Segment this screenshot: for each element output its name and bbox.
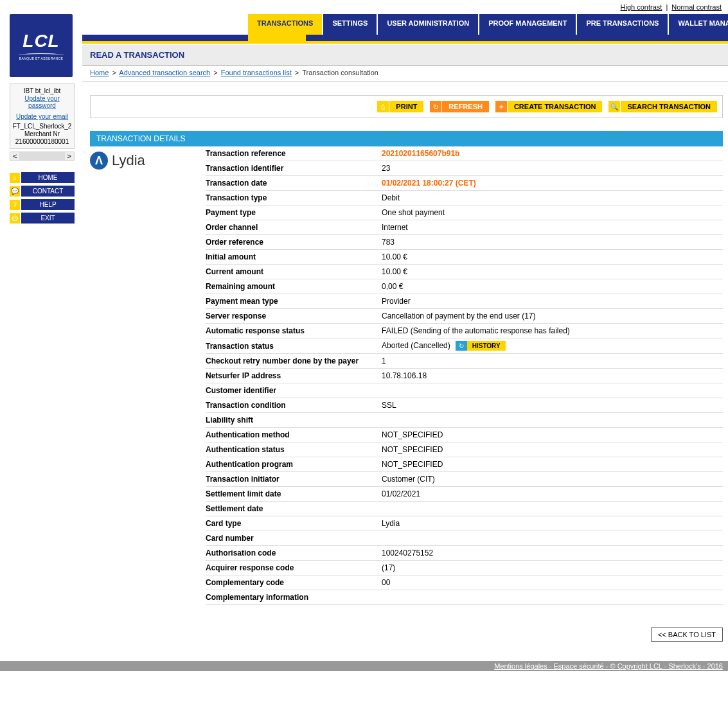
update-password-link[interactable]: Update your password [24,95,59,109]
update-email-link[interactable]: Update your email [16,113,68,120]
print-button[interactable]: ⎙ PRINT [377,101,423,112]
merchant-label: Merchant Nr [12,130,73,137]
detail-label: Complementary information [206,593,382,602]
detail-row: Transaction conditionSSL [206,398,723,413]
detail-value: NOT_SPECIFIED [382,460,723,469]
detail-row: Transaction identifier23 [206,161,723,176]
detail-value: 00 [382,578,723,587]
detail-value: Customer (CIT) [382,475,723,484]
detail-value: 0,00 € [382,282,723,291]
tab-settings[interactable]: SETTINGS [322,14,377,35]
detail-row: Initial amount10.00 € [206,250,723,265]
history-label: HISTORY [467,341,506,351]
side-button-help[interactable]: ?HELP [10,199,75,210]
side-button-exit[interactable]: ⏻EXIT [10,213,75,224]
side-button-home[interactable]: ⌂HOME [10,172,75,183]
detail-value: Cancellation of payment by the end user … [382,312,723,320]
high-contrast-link[interactable]: High contrast [621,3,662,11]
detail-row: Authorisation code100240275152 [206,546,723,561]
print-label: PRINT [389,101,423,112]
home-icon: ⌂ [10,173,20,183]
side-label: HELP [21,199,75,210]
refresh-button[interactable]: ↻ REFRESH [430,101,489,112]
detail-row: Card typeLydia [206,516,723,531]
detail-row: Netsurfer IP address10.78.106.18 [206,369,723,383]
detail-value: Internet [382,223,723,232]
tab-proof-management[interactable]: PROOF MANAGEMENT [478,14,576,35]
detail-value: Debit [382,193,723,202]
detail-label: Transaction reference [206,149,382,158]
user-name: IBT bt_lcl_ibt [12,87,73,94]
detail-label: Automatic response status [206,326,382,335]
detail-label: Netsurfer IP address [206,371,382,380]
detail-row: Transaction date01/02/2021 18:00:27 (CET… [206,176,723,191]
detail-row: Payment typeOne shot payment [206,206,723,220]
refresh-label: REFRESH [442,101,489,112]
detail-label: Payment mean type [206,297,382,306]
detail-label: Current amount [206,267,382,276]
user-box-scroller[interactable]: < > [10,152,75,161]
detail-label: Transaction initiator [206,475,382,484]
search-label: SEARCH TRANSACTION [621,101,717,112]
side-label: EXIT [21,213,75,224]
help-icon: ? [10,200,20,210]
side-label: CONTACT [21,186,75,197]
breadcrumb-home[interactable]: Home [90,69,109,76]
detail-label: Order channel [206,223,382,232]
tab-wallet-management[interactable]: WALLET MANAGEMENT [668,14,728,35]
search-icon: 🔍 [608,101,620,112]
breadcrumb-advanced-search[interactable]: Advanced transaction search [119,69,210,76]
refresh-icon: ↻ [430,101,441,112]
history-button[interactable]: ↻HISTORY [456,341,506,351]
breadcrumb-found-list[interactable]: Found transactions list [221,69,292,76]
detail-row: Acquirer response code(17) [206,561,723,575]
detail-value: (17) [382,563,723,572]
detail-value: One shot payment [382,208,723,217]
detail-label: Order reference [206,238,382,247]
breadcrumb-current: Transaction consultation [302,69,378,76]
back-to-list-button[interactable]: << BACK TO LIST [651,627,723,642]
logo-text: LCL [22,31,59,51]
detail-value: NOT_SPECIFIED [382,445,723,454]
detail-value: 10.78.106.18 [382,371,723,380]
tab-user-administration[interactable]: USER ADMINISTRATION [377,14,478,35]
brand-label: Lydia [112,152,145,169]
create-transaction-button[interactable]: ✦ CREATE TRANSACTION [495,101,603,112]
normal-contrast-link[interactable]: Normal contrast [671,3,722,11]
tab-pre-transactions[interactable]: PRE TRANSACTIONS [576,14,668,35]
detail-row: Card number [206,531,723,546]
lcl-logo: LCL BANQUE ET ASSURANCE [10,14,73,77]
side-label: HOME [21,172,75,183]
detail-value: 1 [382,356,723,365]
logo-subtext: BANQUE ET ASSURANCE [19,57,64,60]
detail-label: Remaining amount [206,282,382,291]
lydia-icon: Λ [90,152,108,170]
detail-row: Authentication statusNOT_SPECIFIED [206,443,723,457]
detail-value: 10.00 € [382,267,723,276]
detail-row: Transaction initiatorCustomer (CIT) [206,472,723,487]
footer: Mentions légales - Espace sécurité - © C… [0,661,728,671]
detail-value: SSL [382,401,723,410]
merchant-number: 216000000180001 [12,138,73,145]
detail-label: Settlement date [206,504,382,513]
side-button-contact[interactable]: 💬CONTACT [10,186,75,197]
detail-row: Current amount10.00 € [206,265,723,279]
page-title: READ A TRANSACTION [82,45,728,66]
exit-icon: ⏻ [10,213,20,224]
contrast-links: High contrast | Normal contrast [0,0,728,14]
detail-row: Order reference783 [206,235,723,250]
transaction-details-table: Transaction reference20210201165607b91bT… [206,146,723,605]
detail-row: Complementary code00 [206,575,723,590]
detail-row: Liability shift [206,413,723,428]
detail-label: Card type [206,519,382,528]
scroll-left-icon[interactable]: < [10,152,19,160]
breadcrumb: Home > Advanced transaction search > Fou… [82,66,728,82]
detail-row: Payment mean typeProvider [206,294,723,309]
detail-value: FAILED (Sending of the automatic respons… [382,326,723,335]
detail-row: Complementary information [206,590,723,605]
scroll-right-icon[interactable]: > [65,152,74,160]
search-transaction-button[interactable]: 🔍 SEARCH TRANSACTION [608,101,717,112]
footer-text[interactable]: Mentions légales - Espace sécurité - © C… [494,662,723,670]
tab-transactions[interactable]: TRANSACTIONS [248,14,322,35]
detail-row: Transaction statusAborted (Cancelled)↻HI… [206,338,723,354]
